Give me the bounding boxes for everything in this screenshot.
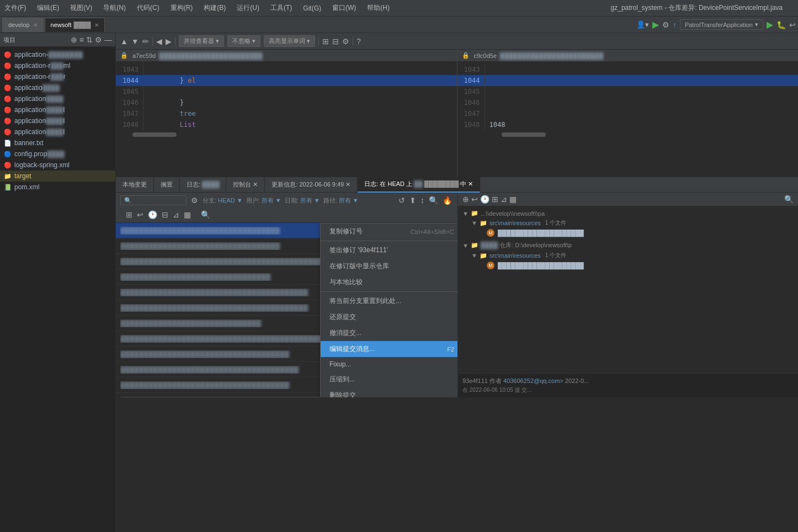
- changes-more2-icon[interactable]: ▦: [509, 195, 517, 204]
- changes-filter2-icon[interactable]: ⊿: [501, 195, 507, 204]
- menu-run[interactable]: 运行(U): [237, 3, 259, 13]
- tab-log[interactable]: 日志: ████: [180, 177, 226, 193]
- menu-tools[interactable]: 工具(T): [270, 3, 292, 13]
- menu-item-squash[interactable]: 压缩到...: [321, 371, 457, 387]
- columns-icon[interactable]: ⊞: [322, 37, 329, 46]
- file-item[interactable]: 🔵 config.prop████: [0, 148, 115, 159]
- more-actions-icon[interactable]: ↩: [789, 20, 796, 29]
- ignore-button[interactable]: 不忽略 ▾: [227, 35, 260, 47]
- file-item[interactable]: 🔴 application-r███ml: [0, 60, 115, 71]
- sort-icon[interactable]: ⇅: [86, 35, 93, 44]
- undo-icon[interactable]: ↩: [136, 209, 145, 220]
- file-item[interactable]: 🔴 applicatio████: [0, 82, 115, 93]
- tab-develop[interactable]: develop ✕: [2, 18, 44, 32]
- tab-local-changes[interactable]: 本地变更: [116, 177, 154, 193]
- change-file2[interactable]: M ████████████████████: [469, 260, 796, 270]
- settings-commit-icon[interactable]: ⚙: [190, 195, 199, 206]
- menu-item-show-repo[interactable]: 在修订版中显示仓库: [321, 258, 457, 274]
- branch-value[interactable]: HEAD ▼: [218, 197, 243, 204]
- run-button[interactable]: ▶: [652, 19, 659, 30]
- menu-item-compare-local[interactable]: 与本地比较: [321, 274, 457, 290]
- menu-edit[interactable]: 编辑(E): [37, 3, 59, 13]
- file-item[interactable]: 🔴 application████: [0, 93, 115, 104]
- changes-layout-icon[interactable]: ⊞: [492, 195, 498, 204]
- file-item[interactable]: 📗 pom.xml: [0, 182, 115, 193]
- menu-item-reset-branch[interactable]: 将当前分支重置到此处...: [321, 293, 457, 309]
- commit-search-input[interactable]: [120, 195, 187, 205]
- more-icon[interactable]: ▦: [183, 209, 192, 220]
- tab-update-info[interactable]: 更新信息: 2022-06-06 9:49 ✕: [265, 177, 358, 193]
- file-item[interactable]: 🔴 application████l: [0, 126, 115, 137]
- expand-arrow2[interactable]: ▼: [471, 220, 477, 226]
- menu-item-undo-commit[interactable]: 撤消提交...: [321, 325, 457, 341]
- menu-help[interactable]: 帮助(H): [367, 3, 390, 13]
- menu-refactor[interactable]: 重构(R): [171, 3, 193, 13]
- changes-clock-icon[interactable]: 🕐: [480, 195, 490, 204]
- tab-newsoft[interactable]: newsoft ████ ✕: [45, 18, 105, 32]
- fire-icon[interactable]: 🔥: [441, 195, 453, 206]
- sync-icon[interactable]: ⊕: [71, 35, 77, 44]
- menu-build[interactable]: 构建(B): [204, 3, 226, 13]
- file-item[interactable]: 🔴 logback-spring.xml: [0, 159, 115, 171]
- path-value[interactable]: 所有 ▼: [339, 196, 359, 205]
- file-item[interactable]: 🔴 application-r███r: [0, 71, 115, 82]
- user-value[interactable]: 所有 ▼: [262, 196, 281, 205]
- menu-item-revert[interactable]: 还原提交: [321, 309, 457, 325]
- expand-arrow[interactable]: ▼: [462, 210, 469, 217]
- menu-window[interactable]: 窗口(W): [332, 3, 356, 13]
- collapse-icon[interactable]: ≡: [79, 35, 84, 44]
- run-green-button[interactable]: ▶: [767, 19, 773, 30]
- collapse-all-icon[interactable]: ⬆: [408, 195, 417, 206]
- settings-sidebar-icon[interactable]: ⚙: [95, 35, 102, 44]
- horizontal-scrollbar-right[interactable]: [457, 132, 799, 137]
- file-item[interactable]: 🔴 application████l: [0, 104, 115, 115]
- changes-search-icon[interactable]: 🔍: [784, 195, 794, 204]
- expand-icon[interactable]: ⊞: [125, 209, 134, 220]
- changes-expand-icon[interactable]: ⊕: [462, 195, 469, 204]
- prev-diff-icon[interactable]: ▲: [120, 37, 128, 46]
- back-icon[interactable]: ◀: [156, 37, 162, 46]
- columns2-icon[interactable]: ⊟: [161, 209, 169, 220]
- debug-icon[interactable]: 🐛: [776, 20, 786, 29]
- expand-arrow3[interactable]: ▼: [462, 242, 469, 249]
- menu-git[interactable]: Git(G): [303, 4, 321, 12]
- file-item[interactable]: 🔴 application-████████: [0, 49, 115, 60]
- side-by-side-button[interactable]: 并排查看器 ▾: [179, 35, 224, 47]
- date-value[interactable]: 所有 ▼: [300, 196, 320, 205]
- tab-console[interactable]: 控制台 ✕: [226, 177, 265, 193]
- menu-item-delete-commit[interactable]: 删除提交: [321, 387, 457, 397]
- show-all-icon[interactable]: ↕: [419, 195, 425, 206]
- menu-navigate[interactable]: 导航(N): [103, 3, 126, 13]
- menu-item-checkout[interactable]: 签出修订 '93e4f111': [321, 242, 457, 258]
- menu-item-fixup[interactable]: Fixup...: [321, 357, 457, 371]
- edit-diff-icon[interactable]: ✏: [142, 37, 149, 46]
- search-commit-icon[interactable]: 🔍: [428, 195, 439, 206]
- menu-item-edit-message[interactable]: 编辑提交消息... F2: [321, 341, 457, 357]
- file-item[interactable]: 🔴 application████l: [0, 115, 115, 126]
- forward-icon[interactable]: ▶: [166, 37, 172, 46]
- file-item[interactable]: 📁 target: [0, 171, 115, 182]
- menu-code[interactable]: 代码(C): [137, 3, 159, 13]
- profile-icon[interactable]: 👤▾: [636, 20, 649, 29]
- filter-icon[interactable]: ⊿: [172, 209, 180, 220]
- search2-icon[interactable]: 🔍: [200, 209, 211, 220]
- refresh-icon[interactable]: ↺: [397, 195, 406, 206]
- changes-undo-icon[interactable]: ↩: [471, 195, 478, 204]
- help-icon[interactable]: ?: [357, 37, 361, 46]
- menu-item-copy-revision[interactable]: 复制修订号 Ctrl+Alt+Shift+C: [321, 224, 457, 240]
- tab-close-develop[interactable]: ✕: [33, 22, 38, 28]
- tab-shelve[interactable]: 搁置: [154, 177, 180, 193]
- settings-diff-icon[interactable]: ⚙: [342, 37, 349, 46]
- clock-icon[interactable]: 🕐: [147, 209, 158, 220]
- file-item[interactable]: 📄 banner.txt: [0, 137, 115, 148]
- update-icon[interactable]: ↑: [673, 20, 677, 29]
- menu-file[interactable]: 文件(F): [4, 3, 26, 13]
- tab-log-head[interactable]: 日志: 在 HEAD 上 ██ ████████·中 ✕: [358, 177, 480, 193]
- settings-icon[interactable]: ⚙: [662, 20, 669, 29]
- horizontal-scrollbar[interactable]: [116, 132, 457, 137]
- menu-view[interactable]: 视图(V): [70, 3, 92, 13]
- next-diff-icon[interactable]: ▼: [131, 37, 139, 46]
- change-file[interactable]: M ████████████████████: [469, 228, 796, 238]
- run-config-selector[interactable]: PatrolTransferApplication ▾: [680, 19, 763, 30]
- tab-close-newsoft[interactable]: ✕: [94, 22, 99, 28]
